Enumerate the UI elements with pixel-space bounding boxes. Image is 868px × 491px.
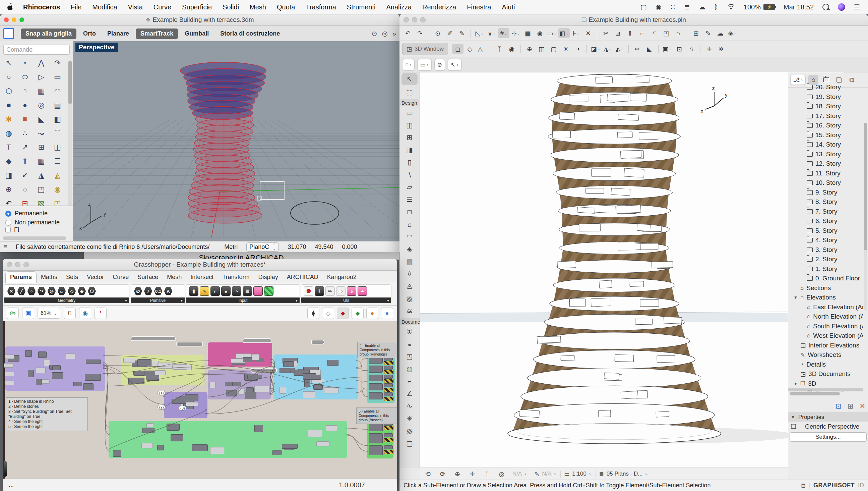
display-icon[interactable]: ▢	[641, 3, 647, 11]
menu-renderizza[interactable]: Renderizza	[417, 3, 462, 11]
graphisoft-id[interactable]: ID	[858, 482, 864, 489]
archicad-titlebar[interactable]: ❏Example Building with terraces.pln	[400, 14, 868, 26]
param-null-icon[interactable]: ∅	[134, 287, 143, 295]
knob-icon[interactable]: ◔	[232, 286, 241, 296]
group-blue[interactable]	[274, 354, 358, 399]
tree-item-south-elevation-a[interactable]: ⌂South Elevation (A	[788, 322, 863, 331]
curtain-wall-tool-icon[interactable]: ▤	[400, 255, 420, 268]
component-node[interactable]	[313, 384, 323, 390]
param-x-icon[interactable]: ✕	[7, 287, 16, 295]
story-item[interactable]: 8. Story	[788, 197, 863, 207]
param-node[interactable]	[123, 358, 135, 363]
corner-window-tool-icon[interactable]: ◨	[400, 144, 420, 156]
zoom-value[interactable]: N/A	[513, 470, 522, 477]
split-icon[interactable]: ◧	[51, 114, 64, 124]
guide-lines-icon[interactable]: ◺⌄	[474, 28, 485, 38]
component-node[interactable]	[133, 371, 145, 376]
tree-item-worksheets[interactable]: ✎Worksheets	[788, 350, 863, 360]
settings-button[interactable]: Settings...	[789, 432, 867, 442]
control-center-icon[interactable]: ☰	[854, 3, 860, 11]
component-node[interactable]	[113, 450, 121, 457]
surface-grid-icon[interactable]: ▤	[51, 100, 64, 110]
group-lavender[interactable]	[208, 370, 271, 399]
stair-tool-icon[interactable]: ☰	[400, 193, 420, 206]
story-item[interactable]: 12. Story	[788, 159, 863, 169]
story-item[interactable]: 0. Ground Floor	[788, 274, 863, 283]
pick-up-parameters-icon[interactable]: ✐	[444, 28, 456, 38]
param-srf-icon[interactable]: ▱	[57, 287, 66, 295]
align-icon[interactable]: ⇑	[624, 28, 636, 38]
component-node[interactable]	[225, 382, 233, 386]
osnap-smarttrack[interactable]: SmartTrack	[136, 29, 178, 39]
skylight-tool-icon[interactable]: ◈	[400, 243, 420, 255]
tree-item-north-elevation-a[interactable]: ⌂North Elevation (A	[788, 312, 863, 322]
shadows-icon[interactable]: ◑	[572, 44, 584, 54]
column-tool-icon[interactable]: ▯	[400, 156, 420, 168]
morph-display-icon[interactable]: ◈⌄	[726, 28, 738, 38]
component-output[interactable]	[384, 445, 393, 450]
zoom-extents-button[interactable]: ⌑	[64, 308, 76, 319]
story-item[interactable]: 5. Story	[788, 226, 863, 236]
mesh-tool-icon[interactable]: ≋	[400, 305, 420, 317]
scale-value[interactable]: 1:100	[572, 470, 587, 477]
morph-tool-icon[interactable]: ◊	[400, 268, 420, 280]
projection-type-icon[interactable]: △⌄	[476, 44, 488, 54]
gh-tab-transform[interactable]: Transform	[218, 272, 254, 283]
group-title-capsule[interactable]	[251, 368, 277, 373]
attribute-pen-icon[interactable]: ✎	[703, 28, 714, 38]
tree-item-west-elevation-au[interactable]: ⌂West Elevation (Au	[788, 331, 863, 341]
ribbon-group-label[interactable]: Util▾	[301, 297, 391, 303]
sun-study-icon[interactable]: ☀	[560, 44, 571, 54]
ribbon-group-label[interactable]: Geometry▾	[4, 297, 129, 303]
marquee-lasso-button[interactable]: ◌›	[402, 59, 414, 70]
component-node[interactable]	[303, 373, 316, 380]
preview-wire-button[interactable]: ◇	[322, 308, 334, 319]
gh-tab-intersect[interactable]: Intersect	[186, 272, 218, 283]
slab-tool-icon[interactable]: ▱	[400, 181, 420, 193]
tree-item-east-elevation-au[interactable]: ⌂East Elevation (Au	[788, 302, 863, 312]
menu-rhinoceros[interactable]: Rhinoceros	[18, 3, 65, 11]
camera-tripod-icon[interactable]: ▢	[548, 44, 559, 54]
menu-strumenti[interactable]: Strumenti	[341, 3, 381, 11]
story-item[interactable]: 10. Story	[788, 178, 863, 188]
search-select-icon[interactable]: ⊙	[432, 28, 443, 38]
properties-header[interactable]: ▼ Properties	[788, 412, 868, 422]
menu-superficie[interactable]: Superficie	[177, 3, 217, 11]
component-node[interactable]	[170, 434, 183, 441]
group-title-capsule[interactable]	[243, 338, 272, 343]
story-item[interactable]: 14. Story	[788, 140, 863, 150]
menu-quota[interactable]: Quota	[272, 3, 300, 11]
gh-tab-surface[interactable]: Surface	[133, 272, 162, 283]
undo-icon[interactable]: ↶	[402, 28, 413, 38]
walk-mode-icon[interactable]: ᛉ	[494, 44, 505, 54]
3d-document-tool-icon[interactable]: ◳	[400, 350, 420, 363]
rhino-perspective-viewport[interactable]: Perspective zyx	[73, 41, 400, 241]
check-icon[interactable]: ✓	[19, 170, 32, 180]
component-node[interactable]	[273, 450, 281, 456]
button-icon[interactable]: ●	[221, 286, 230, 296]
point-cloud-icon[interactable]: ∴	[19, 128, 32, 139]
filter-icon[interactable]: ◎	[382, 30, 388, 37]
component-node[interactable]	[38, 351, 46, 358]
group-green[interactable]	[108, 421, 347, 458]
pan-3d-icon[interactable]: ✛	[704, 44, 715, 54]
component-node[interactable]	[83, 383, 93, 390]
orbit-mode-icon[interactable]: ◉	[506, 44, 518, 54]
tree-item-interior-elevations[interactable]: ◫Interior Elevations	[788, 341, 863, 350]
cloud-upload-icon[interactable]: ☁	[699, 3, 706, 11]
gh-tab-archicad[interactable]: ARCHICAD	[282, 272, 323, 283]
window-tool-icon[interactable]: ⊞	[400, 131, 420, 144]
component-node[interactable]	[172, 399, 180, 404]
move-icon[interactable]: ↗	[19, 142, 32, 152]
select-icon[interactable]: ↖	[2, 58, 16, 68]
render-window-icon[interactable]: ⊡	[674, 44, 685, 54]
orbit-back-icon[interactable]: ⟲	[422, 469, 434, 479]
menu-curve[interactable]: Curve	[148, 3, 177, 11]
component-node[interactable]	[226, 390, 237, 397]
param-node[interactable]	[172, 364, 187, 370]
array-linear-icon[interactable]: ☰	[51, 156, 64, 166]
gh-tab-params[interactable]: Params	[5, 271, 36, 283]
menu-file[interactable]: File	[65, 3, 87, 11]
adjust-curve-icon[interactable]: ↝	[34, 128, 48, 139]
color-swatch-icon[interactable]	[264, 286, 274, 296]
